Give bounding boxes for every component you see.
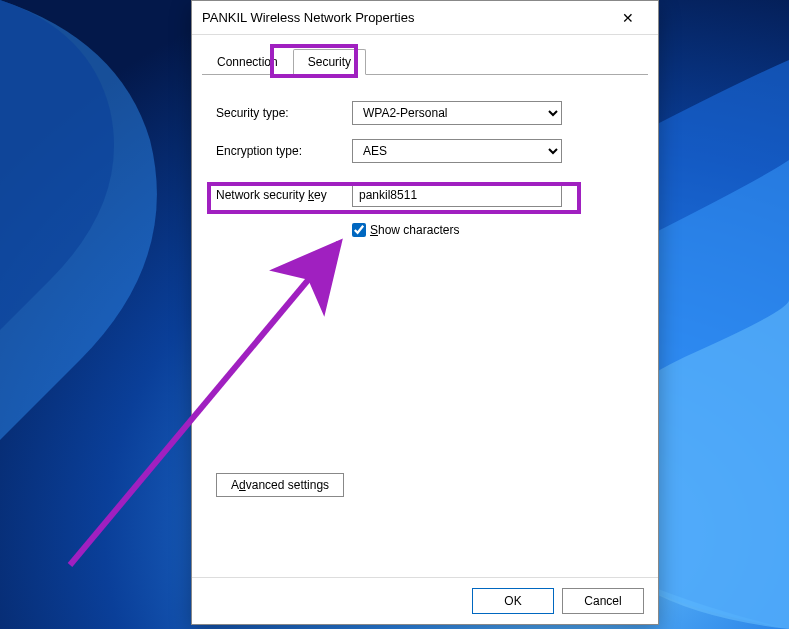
dialog-title: PANKIL Wireless Network Properties bbox=[202, 10, 608, 25]
ok-button[interactable]: OK bbox=[472, 588, 554, 614]
show-characters-checkbox[interactable] bbox=[352, 223, 366, 237]
network-key-label: Network security key bbox=[216, 188, 352, 202]
tab-connection[interactable]: Connection bbox=[202, 49, 293, 74]
tab-panel-security: Security type: WPA2-Personal Encryption … bbox=[192, 75, 658, 577]
encryption-type-select[interactable]: AES bbox=[352, 139, 562, 163]
security-type-label: Security type: bbox=[216, 106, 352, 120]
titlebar: PANKIL Wireless Network Properties ✕ bbox=[192, 1, 658, 35]
row-security-type: Security type: WPA2-Personal bbox=[216, 101, 634, 125]
advanced-settings-button[interactable]: Advanced settings bbox=[216, 473, 344, 497]
dialog-button-row: OK Cancel bbox=[192, 577, 658, 624]
encryption-type-label: Encryption type: bbox=[216, 144, 352, 158]
close-icon: ✕ bbox=[622, 10, 634, 26]
tab-security[interactable]: Security bbox=[293, 49, 366, 75]
row-network-key: Network security key bbox=[216, 183, 634, 207]
security-type-select[interactable]: WPA2-Personal bbox=[352, 101, 562, 125]
cancel-button[interactable]: Cancel bbox=[562, 588, 644, 614]
close-button[interactable]: ✕ bbox=[608, 3, 648, 33]
row-encryption-type: Encryption type: AES bbox=[216, 139, 634, 163]
row-show-characters: Show characters bbox=[352, 223, 634, 237]
tab-strip: Connection Security bbox=[202, 47, 648, 75]
show-characters-label[interactable]: Show characters bbox=[370, 223, 459, 237]
network-properties-dialog: PANKIL Wireless Network Properties ✕ Con… bbox=[191, 0, 659, 625]
network-key-input[interactable] bbox=[352, 183, 562, 207]
